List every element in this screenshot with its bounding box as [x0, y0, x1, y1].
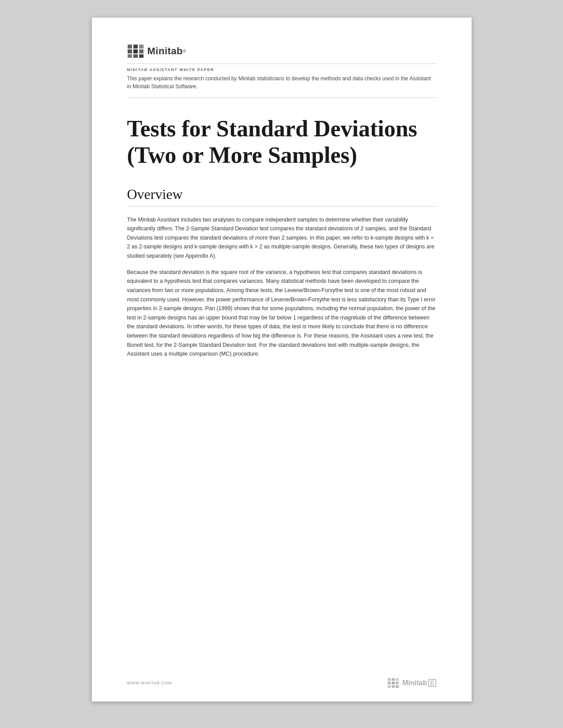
svg-rect-11 [396, 678, 399, 681]
footer-url: WWW.MINITAB.COM [127, 681, 172, 685]
svg-rect-12 [388, 682, 391, 684]
svg-rect-15 [388, 685, 391, 688]
footer-logo-text: Minitab [402, 679, 427, 687]
svg-rect-9 [388, 678, 391, 681]
svg-rect-0 [128, 45, 132, 49]
footer-logo-icon [387, 678, 400, 688]
page-title: Tests for Standard Deviations (Two or Mo… [127, 116, 436, 169]
svg-rect-2 [139, 45, 144, 49]
overview-paragraph-1: The Minitab Assistant includes two analy… [127, 215, 436, 261]
svg-rect-7 [133, 54, 138, 58]
document-header: Minitab® [127, 44, 436, 64]
footer-logo: Minitab E [387, 678, 436, 688]
svg-rect-17 [396, 685, 399, 688]
footer-logo-e: E [428, 679, 436, 687]
svg-rect-13 [392, 682, 395, 684]
document-page: Minitab® MINITAB ASSISTANT WHITE PAPER T… [92, 18, 472, 702]
subtitle-description: This paper explains the research conduct… [127, 75, 436, 98]
svg-rect-5 [139, 49, 144, 53]
svg-rect-10 [392, 678, 395, 681]
svg-rect-14 [396, 682, 399, 684]
document-footer: WWW.MINITAB.COM Minitab E [127, 678, 436, 688]
logo-icon [127, 44, 144, 58]
svg-rect-1 [133, 45, 138, 49]
svg-rect-3 [128, 49, 132, 53]
svg-rect-16 [392, 685, 395, 688]
logo-trademark: ® [183, 49, 186, 54]
header-logo: Minitab® [127, 44, 186, 58]
svg-rect-4 [133, 49, 138, 53]
logo-text: Minitab [147, 45, 183, 57]
overview-paragraph-2: Because the standard deviation is the sq… [127, 268, 436, 359]
svg-rect-8 [139, 54, 144, 58]
svg-rect-6 [128, 54, 132, 58]
subtitle-label: MINITAB ASSISTANT WHITE PAPER [127, 68, 436, 72]
overview-heading: Overview [127, 186, 436, 206]
